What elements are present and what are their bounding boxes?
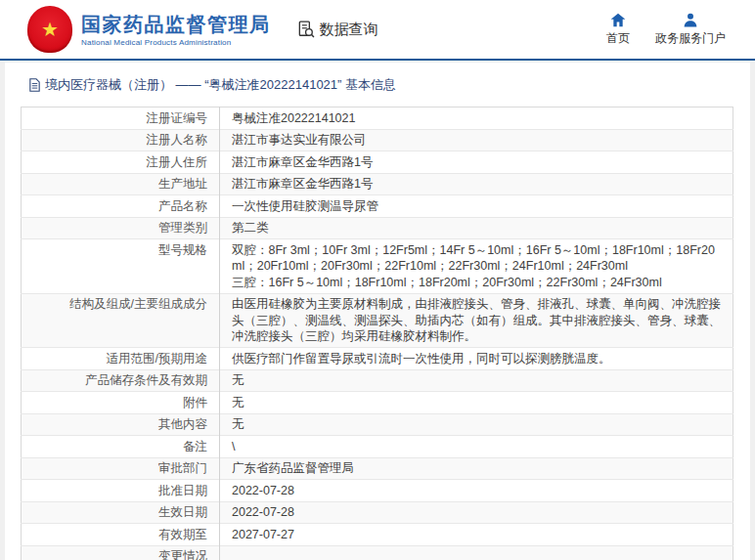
row-label: 注册人名称: [22, 129, 220, 151]
row-value: 双腔：8Fr 3ml；10Fr 3ml；12Fr5ml；14Fr 5～10ml；…: [220, 239, 733, 294]
table-row: 审批部门广东省药品监督管理局: [22, 457, 733, 480]
row-label: 审批部门: [22, 457, 220, 480]
row-label: 生效日期: [22, 501, 220, 524]
row-value: 一次性使用硅胶测温导尿管: [220, 195, 733, 218]
home-icon: [610, 13, 626, 27]
content-panel: 境内医疗器械（注册） —— “粤械注准20222141021” 基本信息 注册证…: [5, 63, 750, 560]
nav-gov-portal-label: 政务服务门户: [655, 30, 726, 47]
emblem-star-icon: ★: [41, 20, 59, 39]
table-row: 生效日期2022-07-28: [22, 501, 733, 524]
table-row: 型号规格双腔：8Fr 3ml；10Fr 3ml；12Fr5ml；14Fr 5～1…: [22, 239, 733, 294]
row-value: 由医用硅橡胶为主要原材料制成，由排液腔接头、管身、排液孔、球囊、单向阀、冲洗腔接…: [220, 293, 733, 348]
table-row: 注册人名称湛江市事达实业有限公司: [22, 129, 733, 151]
row-value: 供医疗部门作留置导尿或引流时一次性使用，同时可以探测膀胱温度。: [220, 348, 733, 370]
row-label: 型号规格: [22, 239, 220, 294]
row-label: 注册证编号: [22, 108, 220, 130]
row-value: 湛江市麻章区金华西路1号: [220, 173, 733, 195]
row-label: 注册人住所: [22, 151, 220, 174]
table-row: 注册证编号粤械注准20222141021: [22, 108, 733, 130]
row-value: 无: [220, 369, 733, 392]
table-row: 管理类别第二类: [22, 217, 733, 239]
agency-name-en: National Medical Products Administration: [81, 38, 271, 47]
row-value: [220, 545, 733, 560]
row-value: 2027-07-27: [220, 524, 733, 546]
row-value: \: [220, 436, 733, 458]
row-label: 产品名称: [22, 195, 220, 218]
table-row: 变更情况: [22, 545, 733, 560]
table-row: 批准日期2022-07-28: [22, 480, 733, 502]
row-value: 粤械注准20222141021: [220, 108, 733, 130]
national-emblem-logo: ★: [27, 6, 72, 53]
nav-gov-portal[interactable]: 政务服务门户: [655, 13, 726, 47]
breadcrumb-text: 境内医疗器械（注册） —— “粤械注准20222141021” 基本信息: [45, 76, 396, 94]
row-label: 产品储存条件及有效期: [22, 369, 220, 392]
breadcrumb: 境内医疗器械（注册） —— “粤械注准20222141021” 基本信息: [28, 76, 734, 94]
row-label: 管理类别: [22, 217, 220, 239]
agency-name-cn: 国家药品监督管理局: [81, 13, 271, 36]
row-label: 有效期至: [22, 524, 220, 546]
document-search-icon: [296, 20, 316, 39]
row-label: 其他内容: [22, 413, 220, 436]
table-row: 有效期至2027-07-27: [22, 524, 733, 546]
row-label: 备注: [22, 436, 220, 458]
row-label: 生产地址: [22, 173, 220, 195]
table-row: 其他内容无: [22, 413, 733, 436]
table-row: 注册人住所湛江市麻章区金华西路1号: [22, 151, 733, 174]
table-row: 结构及组成/主要组成成分由医用硅橡胶为主要原材料制成，由排液腔接头、管身、排液孔…: [22, 293, 733, 348]
registration-info-table: 注册证编号粤械注准20222141021注册人名称湛江市事达实业有限公司注册人住…: [21, 107, 733, 560]
agency-title-block: 国家药品监督管理局 National Medical Products Admi…: [81, 13, 271, 47]
row-value: 2022-07-28: [220, 480, 733, 502]
document-icon: [28, 78, 41, 92]
row-label: 结构及组成/主要组成成分: [22, 293, 220, 348]
row-label: 适用范围/预期用途: [22, 348, 220, 370]
row-label: 附件: [22, 392, 220, 414]
table-row: 产品名称一次性使用硅胶测温导尿管: [22, 195, 733, 218]
nav-home[interactable]: 首页: [606, 13, 630, 47]
row-label: 变更情况: [22, 545, 220, 560]
row-value: 湛江市事达实业有限公司: [220, 129, 733, 151]
site-header: ★ 国家药品监督管理局 National Medical Products Ad…: [0, 0, 755, 61]
data-query-tab[interactable]: 数据查询: [296, 20, 378, 39]
table-row: 生产地址湛江市麻章区金华西路1号: [22, 173, 733, 195]
table-row: 适用范围/预期用途供医疗部门作留置导尿或引流时一次性使用，同时可以探测膀胱温度。: [22, 348, 733, 370]
table-row: 附件无: [22, 392, 733, 414]
row-value: 第二类: [220, 217, 733, 239]
row-value: 2022-07-28: [220, 501, 733, 524]
data-query-label: 数据查询: [320, 21, 378, 39]
nav-home-label: 首页: [606, 30, 630, 47]
table-row: 产品储存条件及有效期无: [22, 369, 733, 392]
row-value: 湛江市麻章区金华西路1号: [220, 151, 733, 174]
row-value: 无: [220, 413, 733, 436]
person-icon: [683, 13, 698, 27]
top-nav: 首页 政务服务门户: [606, 13, 726, 47]
row-value: 广东省药品监督管理局: [220, 457, 733, 480]
table-row: 备注\: [22, 436, 733, 458]
row-value: 无: [220, 392, 733, 414]
row-label: 批准日期: [22, 480, 220, 502]
